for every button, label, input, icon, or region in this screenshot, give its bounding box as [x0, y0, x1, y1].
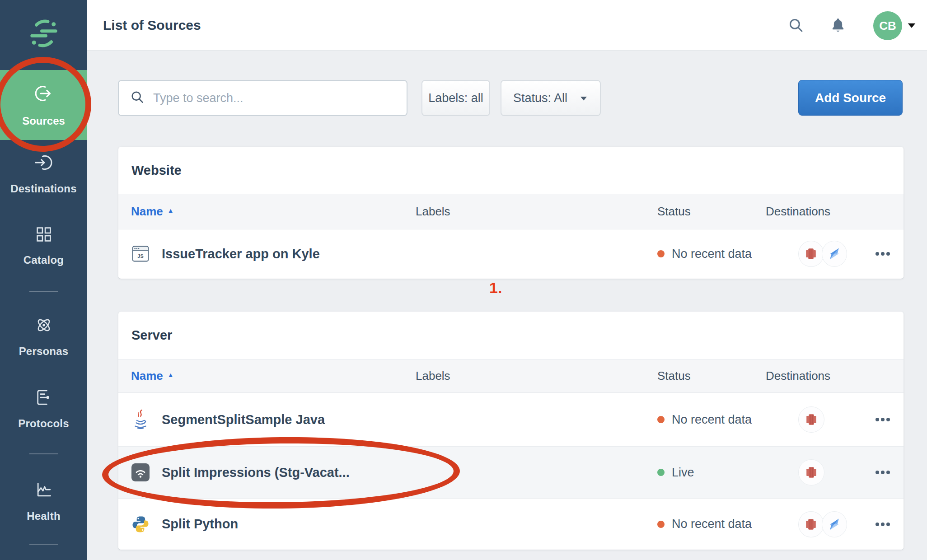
sidebar: Sources Destinations Catalog Personas Pr… [0, 0, 87, 560]
java-source-icon [131, 409, 150, 430]
redshift-destination-icon[interactable] [798, 406, 824, 433]
column-header-labels: Labels [416, 369, 657, 383]
column-header-destinations: Destinations [766, 205, 847, 219]
sidebar-item-destinations[interactable]: Destinations [0, 153, 87, 195]
table-row-highlighted[interactable]: Split Impressions (Stg-Vacat... Live [118, 446, 904, 498]
search-box [118, 80, 407, 116]
annotation-step-number: 1. [489, 279, 502, 297]
protocols-icon [34, 387, 54, 407]
sidebar-item-label: Catalog [23, 254, 64, 266]
segment-logo[interactable] [0, 17, 87, 50]
top-header: List of Sources CB [87, 0, 927, 51]
redshift-destination-icon[interactable] [798, 241, 824, 267]
status-filter-dropdown[interactable]: Status: All [501, 80, 601, 116]
chevron-down-icon[interactable] [906, 0, 917, 50]
sidebar-divider [29, 453, 58, 454]
sidebar-item-protocols[interactable]: Protocols [0, 387, 87, 430]
source-name: Split Python [162, 517, 238, 532]
status-cell: No recent data [657, 413, 766, 427]
redshift-destination-icon[interactable] [798, 511, 824, 537]
javascript-source-icon [131, 244, 150, 264]
column-header-destinations: Destinations [766, 369, 847, 383]
sidebar-item-catalog[interactable]: Catalog [0, 225, 87, 266]
sidebar-item-label: Personas [19, 345, 69, 358]
sidebar-divider [29, 291, 58, 292]
destinations-cell [766, 406, 847, 433]
table-row[interactable]: IssueTracker app on Kyle No recent data [118, 229, 904, 278]
table-row[interactable]: SegmentSplitSample Java No recent data [118, 393, 904, 446]
sidebar-item-label: Protocols [18, 417, 69, 430]
sort-ascending-icon: ▲ [168, 207, 174, 214]
status-dot [657, 416, 665, 423]
source-name: IssueTracker app on Kyle [162, 247, 320, 261]
catalog-icon [34, 225, 53, 244]
column-header-status: Status [657, 369, 766, 383]
search-input[interactable] [153, 91, 388, 105]
status-dot [657, 521, 665, 528]
table-header: Name▲ Labels Status Destinations [118, 359, 904, 393]
row-overflow-menu[interactable] [847, 522, 904, 527]
sidebar-item-sources[interactable]: Sources [0, 70, 87, 140]
row-overflow-menu[interactable] [847, 417, 904, 422]
sidebar-item-label: Health [27, 510, 61, 523]
table-row[interactable]: Split Python No recent data [118, 498, 904, 550]
sidebar-item-health[interactable]: Health [0, 480, 87, 523]
personas-icon [34, 315, 54, 335]
source-name-cell[interactable]: Split Python [131, 515, 416, 534]
labels-filter-button[interactable]: Labels: all [421, 80, 490, 116]
status-text: No recent data [672, 247, 752, 261]
section-title: Server [118, 312, 904, 359]
column-header-labels: Labels [416, 205, 657, 219]
avatar[interactable]: CB [873, 11, 902, 40]
table-header: Name▲ Labels Status Destinations [118, 194, 904, 229]
source-name-cell[interactable]: IssueTracker app on Kyle [131, 244, 416, 264]
column-header-name[interactable]: Name▲ [131, 205, 416, 219]
status-cell: No recent data [657, 517, 766, 531]
section-title: Website [118, 147, 904, 194]
status-text: No recent data [672, 517, 752, 531]
column-header-name[interactable]: Name▲ [131, 369, 416, 383]
destinations-cell [766, 511, 847, 537]
column-header-status: Status [657, 205, 766, 219]
row-overflow-menu[interactable] [847, 252, 904, 256]
bell-icon[interactable] [829, 0, 847, 50]
destinations-cell [766, 459, 847, 485]
python-source-icon [131, 515, 150, 534]
sidebar-item-personas[interactable]: Personas [0, 315, 87, 358]
wifi-source-icon [131, 463, 150, 481]
search-icon[interactable] [787, 0, 805, 50]
website-sources-card: Website Name▲ Labels Status Destinations… [118, 147, 904, 279]
source-name-cell[interactable]: SegmentSplitSample Java [131, 409, 416, 430]
split-destination-icon[interactable] [822, 241, 847, 267]
row-overflow-menu[interactable] [847, 470, 904, 475]
destinations-cell [766, 241, 847, 267]
sidebar-divider [29, 544, 58, 545]
chevron-down-icon [579, 94, 588, 102]
health-icon [34, 480, 54, 500]
destinations-icon [34, 153, 54, 173]
redshift-destination-icon[interactable] [798, 459, 824, 485]
search-icon [130, 89, 145, 107]
source-name-cell[interactable]: Split Impressions (Stg-Vacat... [131, 463, 416, 481]
sources-icon [33, 83, 54, 106]
sidebar-item-label: Destinations [10, 182, 76, 195]
status-dot [657, 469, 665, 476]
status-text: Live [672, 466, 694, 480]
page-title: List of Sources [103, 0, 201, 50]
source-name: SegmentSplitSample Java [162, 412, 325, 427]
status-cell: No recent data [657, 247, 766, 261]
sort-ascending-icon: ▲ [168, 371, 174, 378]
source-name: Split Impressions (Stg-Vacat... [162, 465, 350, 480]
add-source-button[interactable]: Add Source [798, 80, 903, 116]
status-dot [657, 250, 665, 257]
sidebar-item-label: Sources [22, 115, 65, 127]
status-text: No recent data [672, 413, 752, 427]
status-cell: Live [657, 466, 766, 480]
split-destination-icon[interactable] [822, 511, 847, 537]
server-sources-card: Server Name▲ Labels Status Destinations … [118, 312, 904, 550]
